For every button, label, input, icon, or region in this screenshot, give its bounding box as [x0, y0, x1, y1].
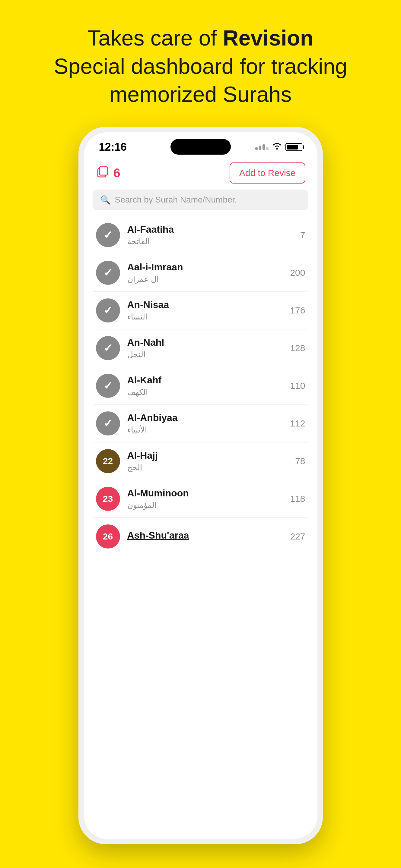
- surah-info: Al-Muminoon المؤمنون: [127, 488, 283, 510]
- surah-avatar-numbered: 23: [96, 487, 120, 511]
- search-input-wrapper[interactable]: 🔍 Search by Surah Name/Number.: [93, 190, 308, 210]
- search-placeholder: Search by Surah Name/Number.: [115, 195, 237, 205]
- copy-icon: [96, 165, 109, 181]
- surah-name-en: Ash-Shu'araa: [127, 530, 283, 541]
- surah-info: Al-Anbiyaa الأنبياء: [127, 412, 283, 435]
- surah-name-ar: الكهف: [127, 388, 283, 397]
- status-icons: [255, 142, 302, 152]
- dynamic-island: [170, 139, 231, 155]
- count-badge: 6: [113, 166, 120, 180]
- surah-name-en: An-Nahl: [127, 337, 283, 348]
- surah-avatar-checked: ✓: [96, 261, 120, 285]
- surah-item[interactable]: ✓ An-Nisaa النساء 176: [93, 292, 308, 330]
- search-icon: 🔍: [100, 195, 111, 205]
- surah-avatar-checked: ✓: [96, 374, 120, 398]
- checkmark-icon: ✓: [104, 229, 113, 241]
- surah-count: 7: [300, 230, 305, 240]
- header-section: Takes care of Revision Special dashboard…: [54, 24, 347, 109]
- surah-name-ar: النحل: [127, 350, 283, 359]
- surah-count: 118: [290, 494, 305, 504]
- surah-name-ar: المؤمنون: [127, 501, 283, 510]
- surah-info: Ash-Shu'araa: [127, 530, 283, 543]
- surah-count: 128: [290, 343, 305, 353]
- surah-info: Al-Hajj الحج: [127, 450, 288, 472]
- surah-name-ar: الأنبياء: [127, 425, 283, 435]
- add-to-revise-button[interactable]: Add to Revise: [230, 162, 305, 184]
- header-line3: memorized Surahs: [54, 81, 347, 109]
- surah-info: An-Nahl النحل: [127, 337, 283, 359]
- surah-count: 200: [290, 268, 305, 278]
- surah-name-ar: النساء: [127, 312, 283, 321]
- signal-icon: [255, 144, 268, 150]
- surah-name-en: An-Nisaa: [127, 299, 283, 310]
- svg-rect-2: [99, 167, 107, 175]
- svg-point-0: [276, 148, 278, 150]
- header-text-normal: Takes care of: [87, 26, 223, 50]
- checkmark-icon: ✓: [104, 342, 113, 354]
- wifi-icon: [272, 142, 282, 152]
- surah-list: ✓ Al-Faatiha الفاتحة 7 ✓ Aal-i-Imraan آل…: [84, 216, 317, 839]
- header-text-bold: Revision: [223, 26, 314, 50]
- surah-info: Al-Kahf الكهف: [127, 375, 283, 397]
- surah-name-en: Aal-i-Imraan: [127, 261, 283, 273]
- surah-avatar-checked: ✓: [96, 336, 120, 360]
- surah-info: Al-Faatiha الفاتحة: [127, 224, 293, 246]
- surah-count: 110: [290, 381, 305, 391]
- surah-item-partial[interactable]: 26 Ash-Shu'araa 227: [93, 518, 308, 549]
- surah-name-ar: الحج: [127, 463, 288, 472]
- surah-info: An-Nisaa النساء: [127, 299, 283, 321]
- surah-name-ar: الفاتحة: [127, 237, 293, 246]
- surah-avatar-checked: ✓: [96, 223, 120, 247]
- checkmark-icon: ✓: [104, 417, 113, 430]
- checkmark-icon: ✓: [104, 304, 113, 317]
- phone-frame: 12:16: [79, 127, 323, 844]
- surah-count: 227: [290, 531, 305, 541]
- surah-item[interactable]: 22 Al-Hajj الحج 78: [93, 442, 308, 480]
- surah-count: 112: [290, 418, 305, 429]
- surah-avatar-numbered: 22: [96, 449, 120, 473]
- surah-avatar-checked: ✓: [96, 299, 120, 322]
- surah-name-en: Al-Faatiha: [127, 224, 293, 235]
- surah-name-en: Al-Kahf: [127, 375, 283, 386]
- surah-item[interactable]: ✓ Al-Faatiha الفاتحة 7: [93, 216, 308, 254]
- status-time: 12:16: [99, 141, 127, 153]
- surah-count: 78: [295, 456, 305, 466]
- surah-info: Aal-i-Imraan آل عمران: [127, 261, 283, 284]
- search-bar[interactable]: 🔍 Search by Surah Name/Number.: [93, 190, 308, 210]
- surah-item[interactable]: ✓ An-Nahl النحل 128: [93, 330, 308, 367]
- surah-count: 176: [290, 305, 305, 315]
- surah-name-en: Al-Anbiyaa: [127, 412, 283, 424]
- surah-item[interactable]: 23 Al-Muminoon المؤمنون 118: [93, 480, 308, 518]
- surah-item[interactable]: ✓ Al-Kahf الكهف 110: [93, 367, 308, 405]
- header-left: 6: [96, 165, 120, 181]
- surah-name-ar: آل عمران: [127, 275, 283, 284]
- app-header: 6 Add to Revise: [84, 156, 317, 190]
- surah-avatar-numbered: 26: [96, 524, 120, 549]
- header-line2: Special dashboard for tracking: [54, 53, 347, 81]
- phone-screen: 12:16: [84, 132, 317, 839]
- surah-item[interactable]: ✓ Aal-i-Imraan آل عمران 200: [93, 254, 308, 292]
- surah-name-en: Al-Hajj: [127, 450, 288, 461]
- status-bar: 12:16: [84, 132, 317, 156]
- battery-icon: [285, 143, 302, 151]
- surah-item[interactable]: ✓ Al-Anbiyaa الأنبياء 112: [93, 405, 308, 442]
- header-line1: Takes care of Revision: [54, 24, 347, 53]
- surah-avatar-checked: ✓: [96, 411, 120, 435]
- checkmark-icon: ✓: [104, 379, 113, 392]
- checkmark-icon: ✓: [104, 267, 113, 279]
- surah-name-en: Al-Muminoon: [127, 488, 283, 499]
